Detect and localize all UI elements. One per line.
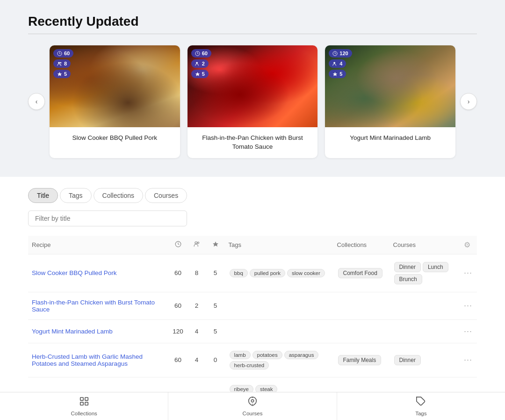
nav-collections-label: Collections (71, 411, 97, 416)
cell-rating: 5 (206, 319, 225, 343)
time-badge-3: 120 (329, 49, 352, 58)
tab-collections[interactable]: Collections (94, 188, 143, 203)
tab-tags[interactable]: Tags (60, 188, 92, 203)
bottom-nav: Collections Courses Tags (0, 392, 505, 420)
carousel-next-button[interactable]: › (460, 93, 477, 110)
courses-icon (247, 396, 258, 409)
table-header-row: Recipe Tags Collections (28, 236, 477, 254)
table-row: Yogurt Mint Marinaded Lamb12045··· (28, 319, 477, 343)
nav-collections[interactable]: Collections (0, 392, 168, 420)
collections-icon (79, 396, 89, 409)
card-badges-2: 60 2 5 (191, 49, 211, 78)
recipe-card-3[interactable]: 120 4 5 Yogurt Mint Marin (325, 45, 455, 158)
cell-serves: 8 (188, 254, 206, 292)
cell-collections (333, 292, 390, 319)
cell-collections: Family Meals (333, 343, 390, 377)
row-menu-button[interactable]: ··· (464, 301, 472, 310)
course-pill[interactable]: Lunch (423, 262, 448, 272)
row-menu-button[interactable]: ··· (464, 268, 472, 277)
card-image-wrapper-1: 60 8 5 (50, 45, 180, 127)
settings-icon[interactable]: ⚙ (464, 241, 470, 249)
tag-pill[interactable]: bbq (230, 269, 248, 277)
cell-serves: 4 (188, 319, 206, 343)
row-menu-button[interactable]: ··· (464, 326, 472, 336)
svg-point-18 (251, 399, 254, 402)
tag-pill[interactable]: lamb (230, 351, 251, 359)
tag-pill[interactable]: pulled pork (250, 269, 285, 277)
tag-pill[interactable]: asparagus (284, 351, 319, 359)
tab-courses[interactable]: Courses (145, 188, 187, 203)
cell-actions: ··· (460, 254, 477, 292)
tag-pill[interactable]: herb-crusted (230, 361, 269, 369)
recipe-link[interactable]: Slow Cooker BBQ Pulled Pork (32, 269, 117, 276)
recipe-card-1[interactable]: 60 8 5 Slow Cooker BBQ Pu (50, 45, 180, 158)
collection-pill[interactable]: Comfort Food (338, 268, 382, 278)
th-actions: ⚙ (460, 236, 477, 254)
th-recipe: Recipe (28, 236, 169, 254)
cell-tags: lambpotatoesasparagusherb-crusted (225, 343, 333, 377)
carousel-wrapper: ‹ 60 8 (28, 45, 477, 158)
table-row: Slow Cooker BBQ Pulled Pork6085bbqpulled… (28, 254, 477, 292)
row-menu-button[interactable]: ··· (464, 355, 472, 364)
svg-marker-13 (213, 241, 218, 246)
tag-pill[interactable]: potatoes (252, 351, 282, 359)
svg-point-2 (60, 62, 61, 63)
svg-rect-14 (80, 398, 83, 400)
cell-courses (390, 319, 460, 343)
cell-courses: Dinner (390, 343, 460, 377)
nav-courses[interactable]: Courses (168, 392, 337, 420)
filter-tabs: Title Tags Collections Courses (28, 188, 477, 203)
card-badges-3: 120 4 5 (329, 49, 352, 78)
course-pill[interactable]: Dinner (394, 355, 421, 365)
tab-title[interactable]: Title (28, 188, 58, 203)
cell-rating: 0 (206, 343, 225, 377)
cell-rating: 5 (206, 254, 225, 292)
course-pill[interactable]: Brunch (394, 274, 422, 284)
cell-actions: ··· (460, 343, 477, 377)
th-collections: Collections (333, 236, 390, 254)
section-title: Recently Updated (28, 14, 477, 29)
cell-courses: DinnerLunchBrunch (390, 254, 460, 292)
cell-time: 60 (169, 343, 188, 377)
time-badge-1: 60 (53, 49, 73, 58)
nav-courses-label: Courses (243, 411, 263, 416)
svg-point-11 (195, 242, 197, 244)
serves-badge-1: 8 (53, 59, 71, 68)
table-row: Flash-in-the-Pan Chicken with Burst Toma… (28, 292, 477, 319)
recipe-card-2[interactable]: 60 2 5 Flash-in-the-Pan C (188, 45, 318, 158)
cell-actions: ··· (460, 319, 477, 343)
nav-tags[interactable]: Tags (337, 392, 505, 420)
recipe-link[interactable]: Yogurt Mint Marinaded Lamb (32, 328, 113, 335)
card-image-wrapper-2: 60 2 5 (188, 45, 318, 127)
th-tags: Tags (225, 236, 333, 254)
card-badges-1: 60 8 5 (53, 49, 73, 78)
recently-updated-section: Recently Updated ‹ 60 (0, 0, 505, 177)
collection-pill[interactable]: Family Meals (338, 355, 382, 365)
cell-tags (225, 292, 333, 319)
cell-serves: 4 (188, 343, 206, 377)
recipe-link[interactable]: Flash-in-the-Pan Chicken with Burst Toma… (32, 299, 155, 313)
cell-time: 60 (169, 254, 188, 292)
serves-badge-2: 2 (191, 59, 209, 68)
tag-pill[interactable]: slow cooker (287, 269, 325, 277)
cell-tags (225, 319, 333, 343)
filter-input-wrapper (28, 210, 477, 226)
filter-input[interactable] (28, 210, 187, 226)
svg-rect-16 (80, 402, 83, 405)
cell-collections (333, 319, 390, 343)
carousel-prev-button[interactable]: ‹ (28, 93, 45, 110)
recipe-link[interactable]: Herb-Crusted Lamb with Garlic Mashed Pot… (32, 353, 143, 367)
course-pill[interactable]: Dinner (394, 262, 421, 272)
svg-point-12 (197, 242, 199, 244)
card-image-wrapper-3: 120 4 5 (325, 45, 455, 127)
rating-badge-2: 5 (191, 70, 209, 78)
nav-tags-label: Tags (415, 411, 426, 416)
svg-marker-6 (195, 72, 200, 76)
tags-icon (416, 396, 426, 409)
serves-badge-3: 4 (329, 59, 346, 68)
time-badge-2: 60 (191, 49, 211, 58)
svg-rect-17 (85, 402, 87, 405)
page-wrapper: Recently Updated ‹ 60 (0, 0, 505, 420)
cell-serves: 2 (188, 292, 206, 319)
cell-rating: 5 (206, 292, 225, 319)
